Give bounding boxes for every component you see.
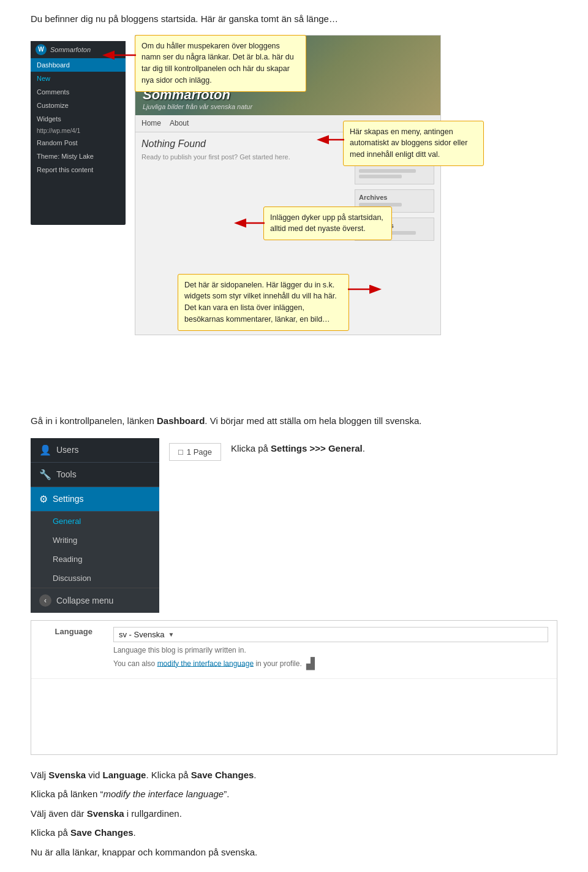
bt3-mid: i rullgardinen. <box>124 808 182 819</box>
language-value-cell: sv - Svenska ▼ Language this blog is pri… <box>105 621 557 679</box>
bt1-end: . Klicka på <box>146 770 190 780</box>
submenu-discussion[interactable]: Discussion <box>31 569 159 588</box>
click-settings-end: . <box>363 443 365 453</box>
wp-menu-shortlink: http://wp.me/4/1 <box>31 126 126 136</box>
callout-1-text: Om du håller muspekaren över bloggens na… <box>141 42 294 85</box>
wp-menu-new[interactable]: New <box>31 72 126 85</box>
sidebar-line-1 <box>359 169 416 173</box>
callout-2: Här skapas en meny, antingen automatiskt… <box>343 121 484 166</box>
section-goto-text: Gå in i kontrollpanelen, länken Dashboar… <box>31 414 557 428</box>
ready-text: Ready to publish your first post? Get st… <box>141 153 349 161</box>
language-select-value: sv - Svenska <box>119 630 164 639</box>
bottom-text-3: Välj även där Svenska i rullgardinen. <box>31 806 557 822</box>
page-indicator-icon: □ <box>178 447 183 457</box>
submenu-reading[interactable]: Reading <box>31 550 159 569</box>
bottom-text-1: Välj Svenska vid Language. Klicka på Sav… <box>31 767 557 783</box>
settings-annotation-area: 👤 Users 🔧 Tools ⚙ Settings General Writi… <box>31 438 557 755</box>
bt2-pre: Klicka på länken “ <box>31 789 103 799</box>
sidebar-line-3 <box>359 203 402 207</box>
settings-users-label: Users <box>56 445 79 455</box>
settings-settings-label: Settings <box>53 494 84 504</box>
bt4-bold: Save Changes <box>70 827 134 838</box>
callout3-arrow-svg <box>233 217 266 229</box>
help-text-3: in your profile. <box>254 659 302 667</box>
settings-table: Language sv - Svenska ▼ Language this bl… <box>31 621 557 679</box>
tools-icon: 🔧 <box>39 469 51 480</box>
help-text-1: Language this blog is primarily written … <box>113 646 246 654</box>
help-text-2: You can also <box>113 659 157 667</box>
submenu-general[interactable]: General <box>31 512 159 531</box>
blog-nav-home[interactable]: Home <box>141 119 161 127</box>
section-goto-bold: Dashboard <box>157 415 205 426</box>
callout4-arrow-svg <box>347 283 382 295</box>
bt2-italic: modify the interface language <box>103 789 224 799</box>
wp-menu-comments[interactable]: Comments <box>31 85 126 99</box>
callout-3: Inläggen dyker upp på startsidan, alltid… <box>263 207 392 241</box>
wp-menu-random-post[interactable]: Random Post <box>31 136 126 150</box>
page-container: Du befinner dig nu på bloggens startsida… <box>0 0 588 872</box>
blog-subtitle: Ljuvliga bilder från vår svenska natur <box>143 103 433 110</box>
section-goto-pre: Gå in i kontrollpanelen, länken <box>31 415 157 426</box>
settings-tools-label: Tools <box>56 469 77 479</box>
bt4-end: . <box>134 827 136 838</box>
wp-dashboard-mock: W Sommarfoton Dashboard New Comments Cus… <box>31 41 126 225</box>
settings-menu-settings[interactable]: ⚙ Settings <box>31 487 159 512</box>
intro-text: Du befinner dig nu på bloggens startsida… <box>31 12 557 26</box>
settings-menu-users[interactable]: 👤 Users <box>31 438 159 463</box>
collapse-icon: ‹ <box>39 594 51 607</box>
callout-2-text: Här skapas en meny, antingen automatiskt… <box>350 127 467 159</box>
language-select[interactable]: sv - Svenska ▼ <box>113 627 548 642</box>
bt2-end: ”. <box>224 789 229 799</box>
bt1-bold2: Language <box>103 770 146 780</box>
wp-menu-customize[interactable]: Customize <box>31 99 126 112</box>
bt4-pre: Klicka på <box>31 827 70 838</box>
submenu-writing[interactable]: Writing <box>31 531 159 550</box>
click-settings-text: Klicka på Settings >>> General. <box>231 443 365 453</box>
collapse-label: Collapse menu <box>56 596 113 605</box>
callout-1: Om du håller muspekaren över bloggens na… <box>135 35 306 92</box>
modify-interface-link[interactable]: modify the interface language <box>157 659 254 667</box>
bt1-bold3: Save Changes <box>191 770 254 780</box>
bt1-pre: Välj <box>31 770 48 780</box>
page-indicator[interactable]: □ 1 Page <box>169 443 221 461</box>
archives-title: Archives <box>359 194 430 201</box>
wp-menu-theme[interactable]: Theme: Misty Lake <box>31 150 126 163</box>
bottom-text-2: Klicka på länken “modify the interface l… <box>31 786 557 802</box>
wp-menu-widgets[interactable]: Widgets <box>31 112 126 126</box>
callout1-arrow-svg <box>102 47 137 64</box>
settings-submenu: General Writing Reading Discussion <box>31 512 159 588</box>
cursor-icon: ▟ <box>306 656 315 672</box>
bt3-pre: Välj även där <box>31 808 87 819</box>
wp-settings-sidebar: 👤 Users 🔧 Tools ⚙ Settings General Writi… <box>31 438 159 613</box>
bottom-text-4: Klicka på Save Changes. <box>31 825 557 841</box>
wp-site-name: Sommarfoton <box>50 46 91 53</box>
settings-menu-tools[interactable]: 🔧 Tools <box>31 463 159 487</box>
bt1-mid: vid <box>86 770 103 780</box>
settings-icon: ⚙ <box>39 493 48 505</box>
language-row: Language sv - Svenska ▼ Language this bl… <box>31 621 557 679</box>
click-settings-pre: Klicka på <box>231 443 271 453</box>
wp-menu-report[interactable]: Report this content <box>31 163 126 176</box>
callout-4-text: Det här är sidopanelen. Här lägger du in… <box>184 281 337 324</box>
sidebar-line-2 <box>359 175 402 178</box>
section-goto-end: . Vi börjar med att ställa om hela blogg… <box>205 415 421 426</box>
callout-3-text: Inläggen dyker upp på startsidan, alltid… <box>270 213 383 233</box>
users-icon: 👤 <box>39 444 51 456</box>
click-settings-bold: Settings >>> General <box>271 443 363 453</box>
bt3-bold: Svenska <box>87 808 124 819</box>
language-label: Language <box>31 621 105 679</box>
callout-4: Det här är sidopanelen. Här lägger du in… <box>178 274 349 331</box>
wp-logo: W <box>36 44 47 55</box>
callout2-arrow-svg <box>316 134 345 146</box>
settings-help-text: Language this blog is primarily written … <box>113 645 548 672</box>
bt1-end2: . <box>254 770 256 780</box>
settings-main-panel: Language sv - Svenska ▼ Language this bl… <box>31 620 557 755</box>
bt1-bold: Svenska <box>48 770 86 780</box>
page-indicator-label: 1 Page <box>187 447 212 457</box>
collapse-menu[interactable]: ‹ Collapse menu <box>31 588 159 613</box>
dropdown-arrow-icon: ▼ <box>168 631 174 638</box>
bottom-text-5: Nu är alla länkar, knappar och kommandon… <box>31 844 557 860</box>
screenshot-area: W Sommarfoton Dashboard New Comments Cus… <box>31 35 557 396</box>
blog-nav-about[interactable]: About <box>170 119 189 127</box>
